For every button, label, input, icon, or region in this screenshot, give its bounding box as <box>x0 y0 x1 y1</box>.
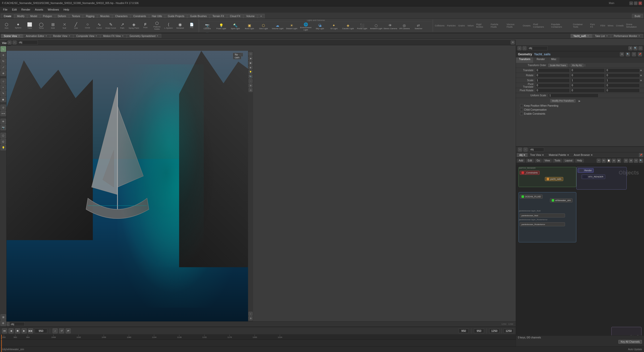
tab-composite-view[interactable]: Composite View ✕ <box>73 34 100 38</box>
tool-file[interactable]: 📄File <box>186 21 197 30</box>
tool-line[interactable]: ╱Line <box>70 21 82 30</box>
shelf-tab-create[interactable]: Create <box>1 14 14 18</box>
tab-animation-editor[interactable]: Animation Editor ✕ <box>23 34 50 38</box>
tool-scale[interactable]: ⤢ <box>1 64 6 70</box>
node-render[interactable]: Render <box>578 168 594 173</box>
shelf-tab-constraints[interactable]: Constraints <box>131 14 149 18</box>
vp-path-input[interactable] <box>18 40 38 45</box>
shelf-tab-volume[interactable]: Volume <box>244 14 257 18</box>
tool-portal-light[interactable]: ⬛Portal Light <box>355 22 369 31</box>
shelf-tab-add[interactable]: + <box>258 14 265 18</box>
menu-assets[interactable]: Assets <box>33 8 45 12</box>
tool-measure[interactable]: ⟺ <box>1 111 6 116</box>
tab-motion-fx[interactable]: Motion FX View ✕ <box>100 34 127 38</box>
vp-obj-icon[interactable]: ◎ <box>249 88 253 92</box>
node-pardedocean-roster[interactable]: pardedocean_Rosterterror <box>520 222 565 226</box>
node-canvas[interactable]: Objects _Constraints yacht_sails MATCH_R… <box>516 164 644 352</box>
keep-position-checkbox[interactable] <box>520 104 523 107</box>
shelf-tab-polygon[interactable]: Polygon <box>40 14 55 18</box>
node-tab-asset[interactable]: Asset Browser ✕ <box>572 153 595 157</box>
modify-pretransform-btn[interactable]: Modify Pre-Transform <box>550 99 576 103</box>
menu-render[interactable]: Render <box>19 8 32 12</box>
tab-transform[interactable]: Transform <box>516 57 533 63</box>
range-end-2[interactable] <box>504 329 514 333</box>
tool-sky-light[interactable]: 🌤Sky Light <box>313 22 327 31</box>
geom-help-btn[interactable]: ? <box>632 52 636 56</box>
vp-settings-btn[interactable]: ⚙ <box>511 40 515 45</box>
pivot-translate-z[interactable] <box>605 83 640 87</box>
vp-display-icon[interactable]: ◉ <box>249 56 253 60</box>
tool-switcher[interactable]: ⇄Switcher <box>412 22 425 31</box>
tool-sphere[interactable]: ●Sphere <box>13 21 24 30</box>
shelf-tab-characters[interactable]: Characters <box>112 14 130 18</box>
tool-env-light[interactable]: 🌐Environment Light <box>299 22 313 31</box>
node-zoom-fit-icon[interactable]: ⊡ <box>624 159 628 163</box>
tool-append[interactable]: + <box>1 84 6 90</box>
tool-circle[interactable]: ○Circle <box>82 21 93 30</box>
scale-key-btn[interactable]: ◆ <box>640 78 642 82</box>
tool-caustic-light[interactable]: ◈Caustic Light <box>341 22 355 31</box>
tl-loop[interactable]: ↺ <box>59 328 64 333</box>
props-search-icon[interactable]: 🔍 <box>633 46 637 50</box>
tool-rotate[interactable]: ↻ <box>1 58 6 64</box>
shelf-tab-hairutils[interactable]: Hair Utils <box>149 14 165 18</box>
node-yacht-sails[interactable]: yacht_sails <box>545 177 563 181</box>
tl-bounce[interactable]: ⇄ <box>66 328 71 333</box>
geom-pin-btn[interactable]: 📌 <box>638 52 642 56</box>
tool-area-light[interactable]: ▣Area Light <box>243 22 256 31</box>
minimize-btn[interactable]: ─ <box>629 2 633 5</box>
frame-input-2[interactable] <box>474 329 484 333</box>
tool-view[interactable]: 👁 <box>1 119 6 124</box>
menu-file[interactable]: File <box>1 8 10 12</box>
node-snap-icon[interactable]: ⊙ <box>634 159 638 163</box>
node-view-toggle-icon[interactable]: ▣ <box>617 159 621 163</box>
translate-key-btn[interactable]: ◆ <box>640 68 642 72</box>
node-grid-icon[interactable]: ⊞ <box>629 159 633 163</box>
node-tab-obj[interactable]: obj ✕ <box>517 153 528 157</box>
pivot-translate-y[interactable] <box>570 83 605 87</box>
pivot-rotate-x[interactable] <box>535 89 570 93</box>
tab-take-list[interactable]: Take List ✕ <box>592 34 611 38</box>
tool-create-light[interactable]: 💡 <box>1 145 6 150</box>
tool-options[interactable]: ⚙ <box>1 320 6 326</box>
shelf-tab-cloud[interactable]: Cloud FX <box>227 14 243 18</box>
rotate-key-btn[interactable]: ◆ <box>640 73 642 77</box>
geom-search-btn[interactable]: 🔍 <box>626 52 630 56</box>
node-cut-icon[interactable]: ✂ <box>597 159 601 163</box>
tool-tube[interactable]: ⬜Tube <box>24 21 35 30</box>
tab-render-view[interactable]: Render View ✕ <box>50 34 73 38</box>
tool-vr-camera[interactable]: ◎VR Camera <box>397 22 411 31</box>
tl-play[interactable]: ▶ <box>22 328 27 333</box>
tool-bottom[interactable]: ⊞ <box>1 314 6 320</box>
node-layout-btn[interactable]: Layout <box>563 159 574 162</box>
tool-gamepad-camera[interactable]: 🎮Gamepad Camera <box>200 31 214 33</box>
tool-gi-light[interactable]: ✦GI Light <box>327 22 341 31</box>
node-view-btn[interactable]: View <box>543 159 552 162</box>
tool-brush[interactable]: ✎ <box>1 91 6 96</box>
tool-platonic[interactable]: ⬠Platonic Solids <box>151 21 163 30</box>
node-tab-tree[interactable]: Tree View ✕ <box>528 153 546 157</box>
child-compensation-checkbox[interactable] <box>520 108 523 111</box>
node-go-btn[interactable]: Go <box>535 159 542 162</box>
shelf-tab-build[interactable]: Build <box>632 14 643 18</box>
tool-spray-paint[interactable]: ◈Spray Paint <box>128 21 139 30</box>
tool-snap[interactable]: ⊙ <box>1 105 6 110</box>
tool-metaball[interactable]: ◉Metaball <box>175 21 186 30</box>
tool-geo[interactable]: ⬡Geo <box>1 21 12 30</box>
node-tools-btn[interactable]: Tools <box>553 159 562 162</box>
close-btn[interactable]: ✕ <box>638 2 642 5</box>
props-gear-icon[interactable]: ⚙ <box>628 46 632 50</box>
pivot-rotate-z[interactable] <box>605 89 640 93</box>
menu-help[interactable]: Help <box>61 8 71 12</box>
shelf-tab-rigging[interactable]: Rigging <box>83 14 97 18</box>
vp-home-btn[interactable]: ⌂ <box>8 40 12 45</box>
geom-settings-btn[interactable]: ⚙ <box>620 52 624 56</box>
vp-grid-icon[interactable]: ⊞ <box>249 83 253 87</box>
shelf-tab-model[interactable]: Model <box>27 14 40 18</box>
shelf-tab-modify[interactable]: Modify <box>14 14 27 18</box>
tool-ambient-light[interactable]: ◌Ambient Light <box>369 22 383 31</box>
tool-create-bone[interactable]: ⌬ <box>1 139 6 144</box>
node-edit-btn[interactable]: Edit <box>526 159 534 162</box>
node-back-btn[interactable]: ← <box>524 148 528 152</box>
node-copy-icon[interactable]: ⧉ <box>602 159 606 163</box>
